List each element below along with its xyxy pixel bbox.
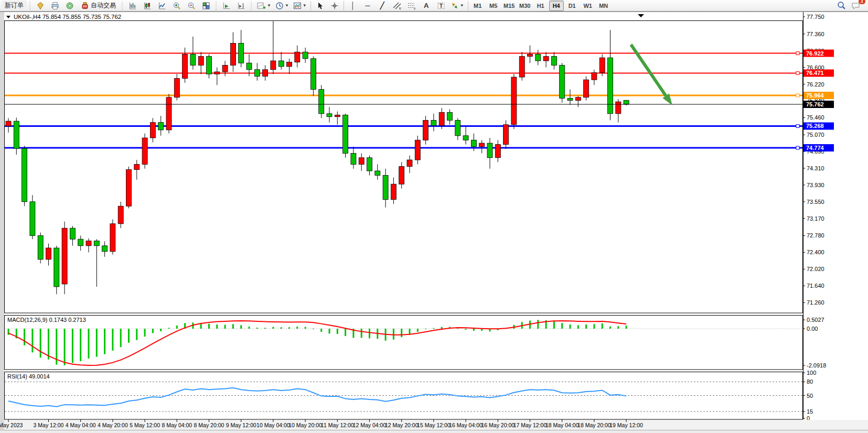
svg-text:76.471: 76.471 xyxy=(806,70,824,76)
horizontal-line-tool-icon[interactable]: ─ xyxy=(361,0,374,12)
line-handle[interactable] xyxy=(796,52,799,55)
macd-bar xyxy=(249,327,250,329)
candle-body-down xyxy=(254,70,260,77)
macd-bar xyxy=(473,329,475,331)
line-handle[interactable] xyxy=(796,94,799,97)
tile-windows-icon[interactable] xyxy=(199,0,213,12)
arrows-tool-icon[interactable]: ▼ xyxy=(449,0,466,12)
candle-body-up xyxy=(126,169,132,206)
periods-icon[interactable]: ▼ xyxy=(274,0,291,12)
candle-body-down xyxy=(327,114,332,117)
vertical-line-tool-icon[interactable]: │ xyxy=(346,0,360,12)
bar-chart-mode-icon[interactable] xyxy=(126,0,140,12)
candle xyxy=(503,120,509,149)
candle xyxy=(126,167,132,209)
candle-body-down xyxy=(560,65,565,98)
candle-body-up xyxy=(528,54,533,56)
candle-body-up xyxy=(150,123,155,138)
templates-icon[interactable]: ▼ xyxy=(292,0,308,12)
time-axis-label: 18 May 04:00 xyxy=(545,422,579,428)
zoom-out-icon[interactable] xyxy=(185,0,198,12)
candle xyxy=(166,94,172,134)
price-badge: 76.471 xyxy=(803,69,834,77)
fibonacci-tool-icon[interactable]: F xyxy=(405,0,419,12)
toolbar-grip[interactable] xyxy=(121,2,124,10)
timeframe-button-w1[interactable]: W1 xyxy=(581,1,595,11)
candle-body-up xyxy=(287,62,292,67)
auto-trading-button[interactable]: 自动交易 xyxy=(78,0,119,12)
toolbar-separator xyxy=(310,1,311,10)
time-axis-label: 16 May 20:00 xyxy=(481,422,515,428)
main-toolbar: 新订单 自动交易 ▼ ▼ ▼ │ ─ ╱ xyxy=(0,0,868,12)
price-tick-label: 76.220 xyxy=(807,81,824,88)
candle-body-up xyxy=(183,54,188,78)
chart-shift-icon[interactable] xyxy=(234,0,248,12)
text-tool-icon[interactable]: A xyxy=(420,0,433,12)
candle-body-up xyxy=(134,164,140,169)
time-axis-label: 12 May 04:00 xyxy=(353,422,387,428)
trendline-tool-icon[interactable]: ╱ xyxy=(376,0,389,12)
timeframe-button-m1[interactable]: M1 xyxy=(470,1,485,11)
auto-scroll-icon[interactable] xyxy=(220,0,233,12)
toolbar-grip[interactable] xyxy=(29,2,31,10)
line-handle[interactable] xyxy=(796,146,799,149)
rsi-scale-label: 100 xyxy=(807,370,816,376)
new-order-button[interactable]: 新订单 xyxy=(2,1,27,11)
candle-body-up xyxy=(118,206,123,224)
search-icon[interactable] xyxy=(834,0,848,12)
macd-label: MACD(12,26,9) 0.1743 0.2713 xyxy=(7,317,86,323)
candle-body-down xyxy=(551,57,556,66)
timeframe-button-m15[interactable]: M15 xyxy=(502,1,517,11)
macd-bar xyxy=(144,329,146,337)
macd-bar xyxy=(224,325,226,329)
zoom-in-icon[interactable] xyxy=(170,0,184,12)
candle xyxy=(584,76,589,100)
candle-body-down xyxy=(455,120,460,135)
macd-bar xyxy=(465,329,467,330)
line-handle[interactable] xyxy=(796,124,799,127)
chart-title: UKOil-,H4 75.854 75.855 75.735 75.762 xyxy=(14,14,121,20)
candlestick-mode-icon[interactable] xyxy=(141,0,154,12)
time-axis-label: 19 May 12:00 xyxy=(609,422,643,428)
candle-body-up xyxy=(263,70,268,77)
macd-bar xyxy=(577,325,579,329)
rsi-scale-label: 80 xyxy=(807,378,813,385)
macd-bar xyxy=(401,329,402,337)
timeframe-button-mn[interactable]: MN xyxy=(596,1,611,11)
timeframe-button-m5[interactable]: M5 xyxy=(486,1,501,11)
timeframe-button-d1[interactable]: D1 xyxy=(565,1,580,11)
line-handle[interactable] xyxy=(796,71,799,74)
print-icon[interactable] xyxy=(48,0,62,12)
chat-icon[interactable]: 1 xyxy=(849,0,863,12)
price-badge: 74.774 xyxy=(803,144,834,151)
svg-text:T: T xyxy=(440,3,443,8)
crosshair-icon[interactable] xyxy=(328,0,341,12)
timeframe-button-h1[interactable]: H1 xyxy=(533,1,548,11)
sound-alert-icon[interactable] xyxy=(63,0,77,12)
candle xyxy=(519,52,524,81)
timeframe-button-m30[interactable]: M30 xyxy=(518,1,532,11)
macd-bar xyxy=(553,321,555,329)
price-tick-label: 73.550 xyxy=(807,199,824,205)
candle-body-up xyxy=(215,72,220,74)
candle-body-down xyxy=(367,158,372,171)
text-label-tool-icon[interactable]: T xyxy=(434,0,448,12)
candle-body-up xyxy=(46,248,51,259)
price-tick-label: 71.640 xyxy=(807,283,824,289)
macd-bar xyxy=(296,327,298,329)
history-center-icon[interactable] xyxy=(34,0,47,12)
line-chart-mode-icon[interactable] xyxy=(155,0,169,12)
macd-bar xyxy=(626,326,627,329)
candle-body-down xyxy=(278,61,284,67)
indicators-add-icon[interactable]: ▼ xyxy=(255,0,273,12)
candle-body-up xyxy=(592,73,597,80)
timeframe-button-h4[interactable]: H4 xyxy=(549,1,564,11)
candle xyxy=(415,136,420,165)
macd-bar xyxy=(609,327,611,329)
macd-bar xyxy=(240,325,242,329)
toolbar-grip[interactable] xyxy=(250,2,253,10)
chart-canvas[interactable]: 77.75077.36076.98076.60076.22075.84075.4… xyxy=(0,12,868,433)
toolbar-grip[interactable] xyxy=(215,2,218,10)
channel-tool-icon[interactable]: E xyxy=(390,0,404,12)
cursor-icon[interactable] xyxy=(313,0,327,12)
